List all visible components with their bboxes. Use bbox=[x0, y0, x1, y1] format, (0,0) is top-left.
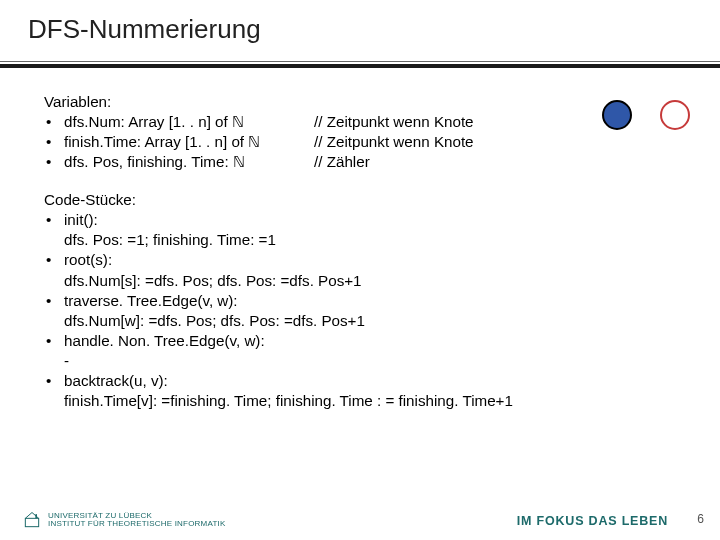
variables-heading: Variablen: bbox=[44, 92, 690, 112]
svg-rect-1 bbox=[35, 514, 37, 518]
title-rule bbox=[0, 61, 720, 68]
code-heading: Code-Stücke: bbox=[44, 190, 690, 210]
variable-item: dfs.Num: Array [1. . n] of ℕ // Zeitpunk… bbox=[44, 112, 690, 132]
code-item: init(): dfs. Pos: =1; finishing. Time: =… bbox=[44, 210, 690, 250]
slide-footer: UNIVERSITÄT ZU LÜBECK INSTITUT FÜR THEOR… bbox=[0, 502, 720, 532]
variable-item: dfs. Pos, finishing. Time: ℕ // Zähler bbox=[44, 152, 690, 172]
code-item: root(s): dfs.Num[s]: =dfs. Pos; dfs. Pos… bbox=[44, 250, 690, 290]
variable-item: finish.Time: Array [1. . n] of ℕ // Zeit… bbox=[44, 132, 690, 152]
university-logo: UNIVERSITÄT ZU LÜBECK INSTITUT FÜR THEOR… bbox=[22, 510, 225, 530]
page-number: 6 bbox=[697, 512, 704, 526]
code-item: handle. Non. Tree.Edge(v, w): - bbox=[44, 331, 690, 371]
slide-body: Variablen: dfs.Num: Array [1. . n] of ℕ … bbox=[0, 68, 720, 411]
logo-icon bbox=[22, 510, 42, 530]
slide-title: DFS-Nummerierung bbox=[28, 14, 720, 45]
footer-tagline: IM FOKUS DAS LEBEN bbox=[517, 514, 668, 528]
code-item: traverse. Tree.Edge(v, w): dfs.Num[w]: =… bbox=[44, 291, 690, 331]
svg-rect-0 bbox=[25, 518, 38, 526]
code-item: backtrack(u, v): finish.Time[v]: =finish… bbox=[44, 371, 690, 411]
